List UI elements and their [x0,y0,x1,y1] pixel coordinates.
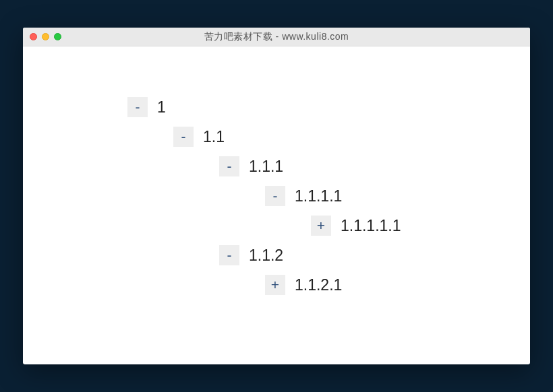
collapse-icon[interactable]: - [265,186,285,206]
collapse-icon[interactable]: - [127,97,148,117]
expand-icon[interactable]: + [311,216,331,236]
tree-node-1-1[interactable]: - 1.1 [173,127,530,147]
titlebar: 苦力吧素材下载 - www.kuli8.com [23,28,530,46]
tree-node-1[interactable]: - 1 [127,97,530,117]
collapse-icon[interactable]: - [219,245,239,265]
traffic-lights [23,33,61,40]
maximize-icon[interactable] [54,33,61,40]
window-title: 苦力吧素材下载 - www.kuli8.com [23,31,530,43]
node-label: 1.1.2.1 [295,276,342,294]
tree-node-1-1-1-1-1[interactable]: + 1.1.1.1.1 [311,216,530,236]
node-label: 1.1.2 [249,247,283,265]
node-label: 1.1.1 [249,158,283,176]
tree-node-1-1-1[interactable]: - 1.1.1 [219,156,530,176]
tree-node-1-1-1-1[interactable]: - 1.1.1.1 [265,186,530,206]
collapse-icon[interactable]: - [173,127,194,147]
minimize-icon[interactable] [42,33,49,40]
tree-view: - 1 - 1.1 - 1.1.1 - 1.1.1.1 [23,46,530,295]
collapse-icon[interactable]: - [219,156,239,176]
expand-icon[interactable]: + [265,275,285,295]
close-icon[interactable] [30,33,37,40]
node-label: 1.1.1.1 [295,187,342,205]
tree-node-1-1-2-1[interactable]: + 1.1.2.1 [265,275,530,295]
app-window: 苦力吧素材下载 - www.kuli8.com - 1 - 1.1 - 1.1.… [23,28,530,364]
node-label: 1 [157,98,166,117]
node-label: 1.1 [203,128,225,146]
tree-node-1-1-2[interactable]: - 1.1.2 [219,245,530,265]
node-label: 1.1.1.1.1 [341,217,401,235]
